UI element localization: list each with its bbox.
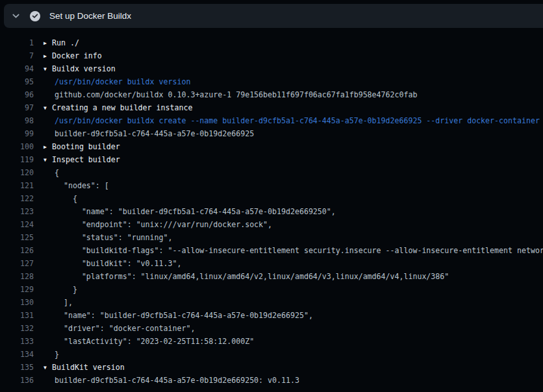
step-header: Set up Docker Buildx — [4, 4, 543, 28]
line-body: "name": "builder-d9cfb5a1-c764-445a-a57e… — [55, 205, 336, 218]
line-body: "driver": "docker-container", — [55, 322, 195, 335]
log-line: 136 builder-d9cfb5a1-c764-445a-a57e-0b19… — [0, 374, 543, 387]
chevron-down-icon — [12, 12, 20, 20]
log-line: 100 ▶Booting builder — [0, 140, 543, 153]
line-number[interactable]: 120 — [0, 166, 34, 179]
line-body[interactable]: ▶Docker info — [44, 49, 102, 63]
line-number[interactable]: 98 — [0, 114, 34, 127]
disclosure-triangle-icon: ▶ — [44, 141, 52, 154]
disclosure-triangle-icon: ▼ — [44, 63, 52, 76]
line-body: } — [55, 283, 77, 296]
line-body: "endpoint": "unix:///var/run/docker.sock… — [55, 218, 272, 231]
group-title[interactable]: Docker info — [52, 51, 102, 60]
line-number[interactable]: 119 — [0, 153, 34, 166]
line-number[interactable]: 130 — [0, 296, 34, 309]
disclosure-triangle-icon: ▼ — [44, 361, 52, 374]
group-title[interactable]: Creating a new builder instance — [52, 103, 192, 112]
line-body[interactable]: ▶Booting builder — [44, 140, 120, 154]
line-number[interactable]: 1 — [0, 36, 34, 49]
line-body[interactable]: ▼BuildKit version — [44, 361, 125, 374]
group-title[interactable]: BuildKit version — [52, 363, 125, 372]
log-line: 124 "endpoint": "unix:///var/run/docker.… — [0, 218, 543, 231]
line-number[interactable]: 127 — [0, 257, 34, 270]
line-number[interactable]: 131 — [0, 309, 34, 322]
log-line: 132 "driver": "docker-container", — [0, 322, 543, 335]
log-line: 127 "buildkit": "v0.11.3", — [0, 257, 543, 270]
line-body[interactable]: ▶Run ./ — [44, 36, 79, 50]
log-line: 99 builder-d9cfb5a1-c764-445a-a57e-0b19d… — [0, 127, 543, 140]
line-number[interactable]: 95 — [0, 75, 34, 88]
line-number[interactable]: 99 — [0, 127, 34, 140]
line-number[interactable]: 97 — [0, 101, 34, 114]
line-number[interactable]: 124 — [0, 218, 34, 231]
line-body[interactable]: ▼Buildx version — [44, 62, 116, 76]
disclosure-triangle-icon: ▼ — [44, 102, 52, 115]
log-lines: 1 ▶Run ./ 7 ▶Docker info 94 ▼Buildx vers… — [0, 28, 543, 392]
group-title[interactable]: Booting builder — [52, 142, 120, 151]
line-number[interactable]: 96 — [0, 88, 34, 101]
disclosure-triangle-icon: ▼ — [44, 154, 52, 167]
log-line: 123 "name": "builder-d9cfb5a1-c764-445a-… — [0, 205, 543, 218]
log-line: 120 { — [0, 166, 543, 179]
collapse-step-button[interactable] — [8, 8, 23, 24]
line-number[interactable]: 126 — [0, 244, 34, 257]
log-line: 121 "nodes": [ — [0, 179, 543, 192]
line-body: { — [55, 166, 59, 179]
line-body[interactable]: ▼Inspect builder — [44, 153, 120, 167]
line-body: "buildkit": "v0.11.3", — [55, 257, 181, 270]
line-number[interactable]: 133 — [0, 335, 34, 348]
line-body: "platforms": "linux/amd64,linux/amd64/v2… — [55, 270, 449, 283]
line-body: github.com/docker/buildx 0.10.3+azure-1 … — [55, 88, 417, 101]
line-body[interactable]: ▼Creating a new builder instance — [44, 101, 192, 115]
log-line: 96 github.com/docker/buildx 0.10.3+azure… — [0, 88, 543, 101]
line-number[interactable]: 7 — [0, 49, 34, 62]
log-line: 94 ▼Buildx version — [0, 62, 543, 75]
line-body: } — [55, 348, 59, 361]
log-line: 129 } — [0, 283, 543, 296]
log-line: 119 ▼Inspect builder — [0, 153, 543, 166]
line-body: /usr/bin/docker buildx create --name bui… — [55, 114, 540, 127]
log-line: 126 "buildkitd-flags": "--allow-insecure… — [0, 244, 543, 257]
log-line: 128 "platforms": "linux/amd64,linux/amd6… — [0, 270, 543, 283]
log-line: 7 ▶Docker info — [0, 49, 543, 62]
line-body: { — [55, 192, 77, 205]
log-line: 95 /usr/bin/docker buildx version — [0, 75, 543, 88]
line-number[interactable]: 134 — [0, 348, 34, 361]
group-title[interactable]: Buildx version — [52, 64, 116, 73]
disclosure-triangle-icon: ▶ — [44, 37, 52, 50]
line-number[interactable]: 125 — [0, 231, 34, 244]
line-number[interactable]: 94 — [0, 62, 34, 75]
log-line: 130 ], — [0, 296, 543, 309]
log-line: 125 "status": "running", — [0, 231, 543, 244]
log-line: 135 ▼BuildKit version — [0, 361, 543, 374]
line-body: "status": "running", — [55, 231, 172, 244]
group-title[interactable]: Inspect builder — [52, 155, 120, 164]
line-number[interactable]: 132 — [0, 322, 34, 335]
line-body: builder-d9cfb5a1-c764-445a-a57e-0b19d2e6… — [55, 374, 299, 387]
line-number[interactable]: 121 — [0, 179, 34, 192]
line-body: "name": "builder-d9cfb5a1-c764-445a-a57e… — [55, 309, 313, 322]
line-number[interactable]: 129 — [0, 283, 34, 296]
group-title[interactable]: Run ./ — [52, 38, 79, 47]
step-title: Set up Docker Buildx — [49, 11, 131, 21]
log-line: 131 "name": "builder-d9cfb5a1-c764-445a-… — [0, 309, 543, 322]
log-line: 133 "lastActivity": "2023-02-25T11:58:12… — [0, 335, 543, 348]
log-line: 1 ▶Run ./ — [0, 36, 543, 49]
log-line: 97 ▼Creating a new builder instance — [0, 101, 543, 114]
line-body: "nodes": [ — [55, 179, 109, 192]
check-circle-icon — [30, 11, 40, 21]
log-line: 134 } — [0, 348, 543, 361]
log-line: 122 { — [0, 192, 543, 205]
line-body: "lastActivity": "2023-02-25T11:58:12.000… — [55, 335, 254, 348]
line-number[interactable]: 136 — [0, 374, 34, 387]
line-number[interactable]: 100 — [0, 140, 34, 153]
line-body: /usr/bin/docker buildx version — [55, 75, 190, 88]
line-body: "buildkitd-flags": "--allow-insecure-ent… — [55, 244, 543, 257]
line-number[interactable]: 123 — [0, 205, 34, 218]
line-body: ], — [55, 296, 73, 309]
log-line: 98 /usr/bin/docker buildx create --name … — [0, 114, 543, 127]
line-number[interactable]: 122 — [0, 192, 34, 205]
disclosure-triangle-icon: ▶ — [44, 50, 52, 63]
line-number[interactable]: 128 — [0, 270, 34, 283]
line-number[interactable]: 135 — [0, 361, 34, 374]
